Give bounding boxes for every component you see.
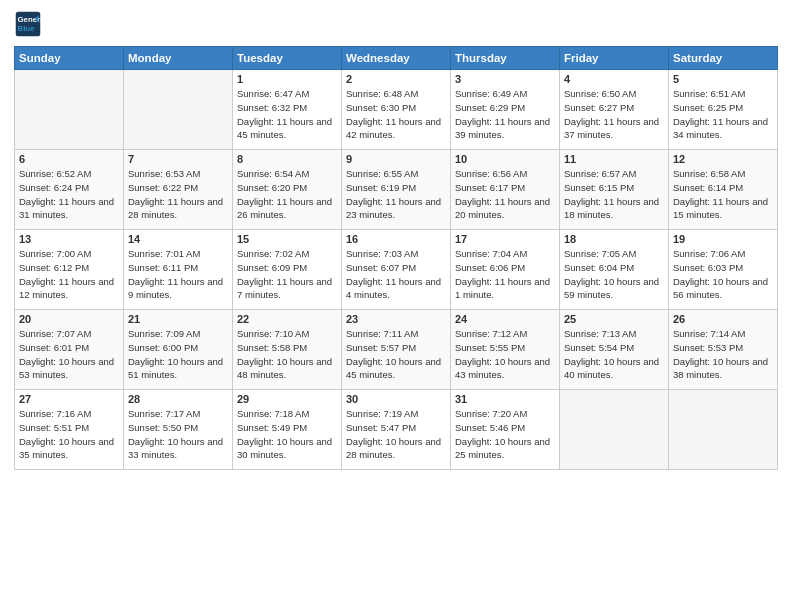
calendar-cell: 30Sunrise: 7:19 AMSunset: 5:47 PMDayligh…: [342, 390, 451, 470]
day-info: Sunrise: 6:49 AMSunset: 6:29 PMDaylight:…: [455, 87, 555, 142]
weekday-header-row: SundayMondayTuesdayWednesdayThursdayFrid…: [15, 47, 778, 70]
calendar-cell: 18Sunrise: 7:05 AMSunset: 6:04 PMDayligh…: [560, 230, 669, 310]
day-number: 7: [128, 153, 228, 165]
day-number: 16: [346, 233, 446, 245]
day-number: 8: [237, 153, 337, 165]
day-info: Sunrise: 6:55 AMSunset: 6:19 PMDaylight:…: [346, 167, 446, 222]
day-info: Sunrise: 7:11 AMSunset: 5:57 PMDaylight:…: [346, 327, 446, 382]
weekday-header-saturday: Saturday: [669, 47, 778, 70]
day-info: Sunrise: 6:56 AMSunset: 6:17 PMDaylight:…: [455, 167, 555, 222]
calendar-cell: 23Sunrise: 7:11 AMSunset: 5:57 PMDayligh…: [342, 310, 451, 390]
day-number: 24: [455, 313, 555, 325]
calendar-cell: 11Sunrise: 6:57 AMSunset: 6:15 PMDayligh…: [560, 150, 669, 230]
day-number: 28: [128, 393, 228, 405]
day-number: 15: [237, 233, 337, 245]
day-number: 22: [237, 313, 337, 325]
day-info: Sunrise: 7:13 AMSunset: 5:54 PMDaylight:…: [564, 327, 664, 382]
week-row-4: 20Sunrise: 7:07 AMSunset: 6:01 PMDayligh…: [15, 310, 778, 390]
day-number: 4: [564, 73, 664, 85]
day-info: Sunrise: 6:50 AMSunset: 6:27 PMDaylight:…: [564, 87, 664, 142]
calendar-cell: 3Sunrise: 6:49 AMSunset: 6:29 PMDaylight…: [451, 70, 560, 150]
header: General Blue: [14, 10, 778, 38]
calendar-cell: 25Sunrise: 7:13 AMSunset: 5:54 PMDayligh…: [560, 310, 669, 390]
day-info: Sunrise: 6:48 AMSunset: 6:30 PMDaylight:…: [346, 87, 446, 142]
week-row-2: 6Sunrise: 6:52 AMSunset: 6:24 PMDaylight…: [15, 150, 778, 230]
day-number: 13: [19, 233, 119, 245]
calendar-cell: 26Sunrise: 7:14 AMSunset: 5:53 PMDayligh…: [669, 310, 778, 390]
day-number: 17: [455, 233, 555, 245]
calendar-table: SundayMondayTuesdayWednesdayThursdayFrid…: [14, 46, 778, 470]
calendar-cell: 22Sunrise: 7:10 AMSunset: 5:58 PMDayligh…: [233, 310, 342, 390]
calendar-cell: [669, 390, 778, 470]
weekday-header-wednesday: Wednesday: [342, 47, 451, 70]
calendar-cell: 29Sunrise: 7:18 AMSunset: 5:49 PMDayligh…: [233, 390, 342, 470]
day-number: 14: [128, 233, 228, 245]
day-number: 1: [237, 73, 337, 85]
day-number: 9: [346, 153, 446, 165]
calendar-cell: 1Sunrise: 6:47 AMSunset: 6:32 PMDaylight…: [233, 70, 342, 150]
week-row-5: 27Sunrise: 7:16 AMSunset: 5:51 PMDayligh…: [15, 390, 778, 470]
svg-text:Blue: Blue: [18, 24, 36, 33]
weekday-header-sunday: Sunday: [15, 47, 124, 70]
day-number: 27: [19, 393, 119, 405]
day-number: 23: [346, 313, 446, 325]
calendar-cell: 16Sunrise: 7:03 AMSunset: 6:07 PMDayligh…: [342, 230, 451, 310]
calendar-cell: [15, 70, 124, 150]
day-number: 3: [455, 73, 555, 85]
calendar-cell: 24Sunrise: 7:12 AMSunset: 5:55 PMDayligh…: [451, 310, 560, 390]
day-number: 5: [673, 73, 773, 85]
day-info: Sunrise: 7:16 AMSunset: 5:51 PMDaylight:…: [19, 407, 119, 462]
calendar-cell: 9Sunrise: 6:55 AMSunset: 6:19 PMDaylight…: [342, 150, 451, 230]
weekday-header-thursday: Thursday: [451, 47, 560, 70]
calendar-cell: 7Sunrise: 6:53 AMSunset: 6:22 PMDaylight…: [124, 150, 233, 230]
page-container: General Blue SundayMondayTuesdayWednesda…: [0, 0, 792, 480]
day-info: Sunrise: 7:20 AMSunset: 5:46 PMDaylight:…: [455, 407, 555, 462]
day-number: 31: [455, 393, 555, 405]
day-number: 30: [346, 393, 446, 405]
calendar-cell: 13Sunrise: 7:00 AMSunset: 6:12 PMDayligh…: [15, 230, 124, 310]
calendar-cell: 4Sunrise: 6:50 AMSunset: 6:27 PMDaylight…: [560, 70, 669, 150]
day-info: Sunrise: 7:00 AMSunset: 6:12 PMDaylight:…: [19, 247, 119, 302]
day-number: 10: [455, 153, 555, 165]
day-info: Sunrise: 6:54 AMSunset: 6:20 PMDaylight:…: [237, 167, 337, 222]
day-info: Sunrise: 7:18 AMSunset: 5:49 PMDaylight:…: [237, 407, 337, 462]
day-info: Sunrise: 7:06 AMSunset: 6:03 PMDaylight:…: [673, 247, 773, 302]
day-number: 20: [19, 313, 119, 325]
day-number: 6: [19, 153, 119, 165]
day-info: Sunrise: 6:58 AMSunset: 6:14 PMDaylight:…: [673, 167, 773, 222]
calendar-cell: 8Sunrise: 6:54 AMSunset: 6:20 PMDaylight…: [233, 150, 342, 230]
calendar-cell: 14Sunrise: 7:01 AMSunset: 6:11 PMDayligh…: [124, 230, 233, 310]
calendar-cell: 12Sunrise: 6:58 AMSunset: 6:14 PMDayligh…: [669, 150, 778, 230]
day-number: 29: [237, 393, 337, 405]
day-info: Sunrise: 7:03 AMSunset: 6:07 PMDaylight:…: [346, 247, 446, 302]
day-number: 2: [346, 73, 446, 85]
day-info: Sunrise: 7:10 AMSunset: 5:58 PMDaylight:…: [237, 327, 337, 382]
day-info: Sunrise: 7:04 AMSunset: 6:06 PMDaylight:…: [455, 247, 555, 302]
calendar-cell: 28Sunrise: 7:17 AMSunset: 5:50 PMDayligh…: [124, 390, 233, 470]
calendar-cell: [560, 390, 669, 470]
day-info: Sunrise: 7:17 AMSunset: 5:50 PMDaylight:…: [128, 407, 228, 462]
day-number: 26: [673, 313, 773, 325]
logo: General Blue: [14, 10, 46, 38]
calendar-cell: 27Sunrise: 7:16 AMSunset: 5:51 PMDayligh…: [15, 390, 124, 470]
day-info: Sunrise: 6:47 AMSunset: 6:32 PMDaylight:…: [237, 87, 337, 142]
day-info: Sunrise: 7:19 AMSunset: 5:47 PMDaylight:…: [346, 407, 446, 462]
calendar-cell: 31Sunrise: 7:20 AMSunset: 5:46 PMDayligh…: [451, 390, 560, 470]
logo-icon: General Blue: [14, 10, 42, 38]
day-info: Sunrise: 6:53 AMSunset: 6:22 PMDaylight:…: [128, 167, 228, 222]
calendar-cell: 20Sunrise: 7:07 AMSunset: 6:01 PMDayligh…: [15, 310, 124, 390]
day-info: Sunrise: 7:02 AMSunset: 6:09 PMDaylight:…: [237, 247, 337, 302]
day-info: Sunrise: 7:07 AMSunset: 6:01 PMDaylight:…: [19, 327, 119, 382]
day-info: Sunrise: 7:12 AMSunset: 5:55 PMDaylight:…: [455, 327, 555, 382]
calendar-cell: 21Sunrise: 7:09 AMSunset: 6:00 PMDayligh…: [124, 310, 233, 390]
day-number: 21: [128, 313, 228, 325]
weekday-header-friday: Friday: [560, 47, 669, 70]
day-info: Sunrise: 6:51 AMSunset: 6:25 PMDaylight:…: [673, 87, 773, 142]
day-number: 18: [564, 233, 664, 245]
day-number: 11: [564, 153, 664, 165]
week-row-3: 13Sunrise: 7:00 AMSunset: 6:12 PMDayligh…: [15, 230, 778, 310]
calendar-cell: [124, 70, 233, 150]
calendar-cell: 2Sunrise: 6:48 AMSunset: 6:30 PMDaylight…: [342, 70, 451, 150]
day-number: 25: [564, 313, 664, 325]
day-info: Sunrise: 7:09 AMSunset: 6:00 PMDaylight:…: [128, 327, 228, 382]
